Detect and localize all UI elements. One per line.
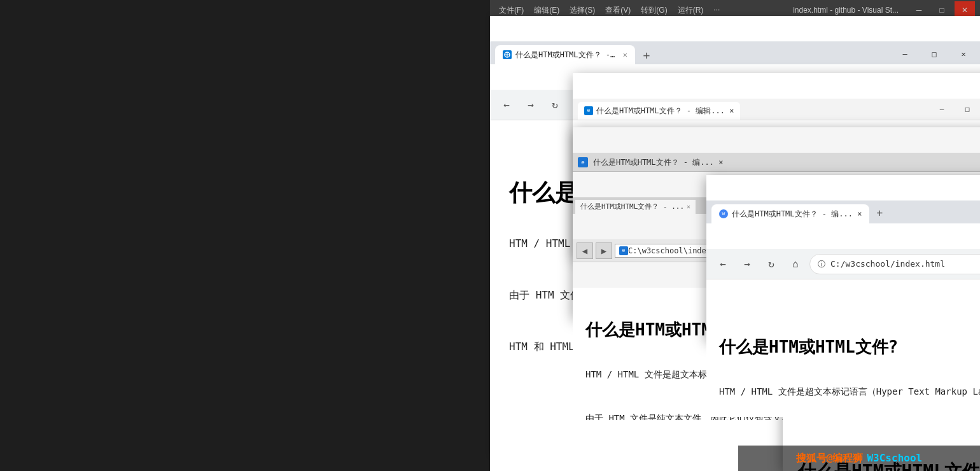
- watermark-brand: W3Cschool: [867, 452, 922, 465]
- browser-chrome: w 什么是HTM或HTML文件？ - 编... × + — □ ✕ ← → ↻ …: [706, 175, 980, 341]
- ie-back[interactable]: ◀: [577, 243, 593, 259]
- ie-forward[interactable]: ▶: [596, 243, 612, 259]
- chrome-content: 什么是HTM或HTML文件? HTM / HTML 文件是超文本标记语言（Hyp…: [706, 305, 980, 417]
- ie-title-text: 什么是HTM或HTML文件？ - 编... ×: [593, 156, 980, 169]
- main-tab-close[interactable]: ✕: [623, 57, 627, 61]
- chrome-p1: HTM / HTML 文件是超文本标记语言（Hyper Text Markup …: [719, 385, 980, 398]
- menu-view[interactable]: 查看(V): [601, 4, 634, 17]
- maximize-button[interactable]: □: [920, 57, 949, 64]
- edge2-maximize[interactable]: □: [955, 101, 980, 118]
- chrome-refresh[interactable]: ↻: [761, 254, 781, 274]
- chrome-tab-label: 什么是HTM或HTML文件？ - 编... ×: [732, 207, 862, 220]
- ie-tab[interactable]: 什么是HTM或HTML文件？ - ... ✕: [575, 200, 696, 214]
- chrome-url-text: C:/w3cschool/index.html: [830, 258, 945, 271]
- ie-tab-label: 什么是HTM或HTML文件？ - ...: [580, 200, 684, 213]
- vscode-editor: 12345 678910 1112131415 1617181920 <!doc…: [490, 57, 980, 471]
- menu-run[interactable]: 运行(R): [674, 4, 708, 17]
- refresh-button[interactable]: ↻: [545, 95, 565, 115]
- edge2-favicon: e: [584, 106, 593, 115]
- ie-titlebar: e 什么是HTM或HTML文件？ - 编... × — □ ✕: [573, 153, 980, 172]
- edge2-win-controls[interactable]: — □ ✕: [929, 101, 980, 120]
- edge2-titlebar: e 什么是HTM或HTML文件？ - 编辑... × — □ ✕: [573, 99, 980, 120]
- menu-goto[interactable]: 转到(G): [637, 4, 671, 17]
- ie-favicon: e: [578, 157, 588, 167]
- edge2-minimize[interactable]: —: [929, 101, 955, 118]
- menu-select[interactable]: 选择(S): [566, 4, 599, 17]
- back-button[interactable]: ←: [515, 95, 517, 115]
- edge2-tab[interactable]: e 什么是HTM或HTML文件？ - 编辑... ×: [578, 102, 740, 120]
- ie-tab-close-icon[interactable]: ✕: [687, 200, 690, 213]
- menu-edit[interactable]: 编辑(E): [530, 4, 563, 17]
- vscode-window: 文件(F) 编辑(E) 选择(S) 查看(V) 转到(G) 运行(R) ··· …: [490, 0, 980, 471]
- forward-button[interactable]: →: [521, 95, 541, 115]
- chrome-home[interactable]: ⌂: [785, 254, 806, 274]
- edge2-tab-label: 什么是HTM或HTML文件？ - 编辑... ×: [596, 104, 734, 117]
- menu-more[interactable]: ···: [710, 4, 724, 17]
- menu-file[interactable]: 文件(F): [495, 4, 528, 17]
- main-tab-label: 什么是HTM或HTML文件？ - 编 ×: [515, 57, 619, 61]
- chrome-tab[interactable]: w 什么是HTM或HTML文件？ - 编... ×: [711, 204, 869, 223]
- chrome-new-tab[interactable]: +: [872, 206, 887, 221]
- minimize-button[interactable]: —: [890, 57, 920, 64]
- chrome-heading: 什么是HTM或HTML文件?: [719, 341, 980, 353]
- main-titlebar: 什么是HTM或HTML文件？ - 编 × ✕ + — □ ✕: [515, 57, 980, 64]
- watermark-prefix: 搜狐号@编程狮: [796, 452, 864, 465]
- chrome-lock-icon: ⓘ: [818, 258, 825, 271]
- chrome-back[interactable]: ←: [713, 254, 733, 274]
- watermark: 搜狐号@编程狮 W3Cschool: [738, 446, 980, 471]
- main-tab-active[interactable]: 什么是HTM或HTML文件？ - 编 × ✕: [515, 57, 635, 64]
- new-tab-button[interactable]: +: [638, 57, 655, 64]
- chrome-forward[interactable]: →: [737, 254, 757, 274]
- chrome-titlebar: w 什么是HTM或HTML文件？ - 编... × + — □ ✕: [706, 200, 980, 223]
- main-win-controls[interactable]: — □ ✕: [890, 57, 978, 64]
- ie-favicon-small: e: [619, 246, 628, 255]
- vscode-code-area[interactable]: <!doctype html> <html> <head> <meta char…: [515, 57, 980, 471]
- chrome-tab-favicon: w: [719, 209, 728, 218]
- chrome-new-tab-area: +: [872, 206, 887, 223]
- code-line: 什么是HTM或HTML文件？ - 编 × ✕ + — □ ✕ ← → ↻ ⌂ 🔒…: [518, 151, 977, 418]
- vscode-menu[interactable]: 文件(F) 编辑(E) 选择(S) 查看(V) 转到(G) 运行(R) ···: [495, 4, 724, 17]
- chrome-navbar: ← → ↻ ⌂ ⓘ C:/w3cschool/index.html ★ 📌 👤 …: [706, 249, 980, 279]
- close-button[interactable]: ✕: [949, 57, 978, 64]
- chrome-address-bar[interactable]: ⓘ C:/w3cschool/index.html: [809, 254, 980, 274]
